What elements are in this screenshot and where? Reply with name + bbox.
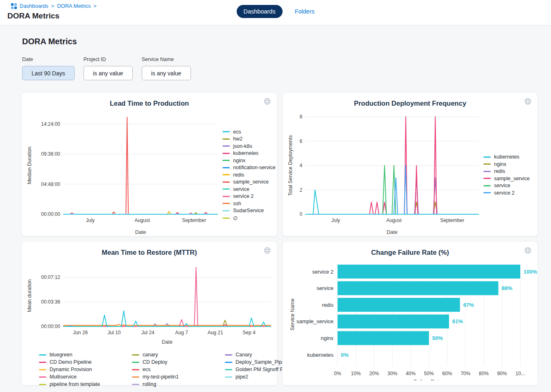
- legend-item[interactable]: nginx: [483, 161, 537, 167]
- legend-item[interactable]: kubernetes: [483, 154, 537, 160]
- legend-item[interactable]: nginx: [222, 158, 277, 163]
- card-header: Production Deployment Frequency: [283, 93, 537, 111]
- svg-text:90%: 90%: [497, 371, 507, 376]
- breadcrumb-link-dashboards[interactable]: Dashboards: [20, 3, 48, 9]
- legend-item[interactable]: notification-service: [222, 165, 277, 170]
- legend-swatch: [222, 188, 230, 190]
- tab-dashboards[interactable]: Dashboards: [236, 5, 282, 18]
- legend-swatch: [222, 145, 230, 147]
- legend-label: service 2: [233, 193, 254, 199]
- chart-title-deployment-frequency: Production Deployment Frequency: [354, 100, 466, 107]
- legend-item[interactable]: ∅: [222, 215, 277, 221]
- svg-text:nginx: nginx: [321, 335, 334, 341]
- legend-mttr: bluegreenCD Demo PipelineDynamic Provisi…: [39, 352, 277, 387]
- svg-text:Aug 7: Aug 7: [175, 330, 188, 335]
- legend-item[interactable]: CD Deploy: [132, 359, 204, 365]
- legend-label: nginx: [494, 161, 506, 167]
- legend-swatch: [222, 131, 230, 132]
- legend-swatch: [132, 376, 139, 378]
- chart-title-mttr: Mean Time to Restore (MTTR): [102, 249, 197, 256]
- filter-service-name-value-button[interactable]: is any value: [142, 66, 191, 80]
- svg-text:service 2: service 2: [312, 269, 333, 275]
- card-lead-time-to-production: Lead Time to Production 00:00:0004:48:00…: [21, 92, 277, 236]
- legend-item[interactable]: service 2: [483, 190, 537, 196]
- legend-item[interactable]: ecs: [132, 367, 204, 372]
- legend-item[interactable]: pipeline from template: [39, 381, 111, 387]
- legend-item[interactable]: sample_service: [222, 179, 277, 185]
- legend-label: Multiservice: [50, 374, 77, 380]
- svg-text:July: July: [331, 218, 340, 223]
- legend-swatch: [222, 160, 230, 161]
- breadcrumb: Dashboards > DORA Metrics >: [11, 3, 96, 9]
- legend-item[interactable]: redis: [222, 172, 277, 178]
- breadcrumb-link-dora-metrics[interactable]: DORA Metrics: [57, 3, 91, 9]
- legend-swatch: [222, 196, 230, 197]
- legend-swatch: [222, 174, 230, 175]
- svg-text:50%: 50%: [432, 335, 443, 341]
- legend-label: sample_service: [233, 179, 269, 185]
- legend-item[interactable]: hw2: [222, 136, 277, 142]
- legend-item[interactable]: canary: [132, 352, 204, 358]
- legend-item[interactable]: Multiservice: [39, 374, 111, 380]
- legend-swatch: [39, 354, 46, 356]
- card-body: 00:00:0004:48:0009:36:0014:24:00JulyAugu…: [22, 111, 277, 239]
- legend-label: redis: [233, 172, 244, 178]
- filter-project-id: Project ID is any value: [84, 57, 133, 80]
- svg-text:67%: 67%: [463, 302, 474, 308]
- legend-item[interactable]: Dynamic Provision: [39, 367, 111, 372]
- legend-item[interactable]: service 2: [222, 193, 277, 199]
- svg-text:88%: 88%: [501, 285, 512, 291]
- page-title: DORA Metrics: [7, 11, 59, 20]
- legend-label: bluegreen: [50, 352, 73, 358]
- legend-item[interactable]: SudarService: [222, 208, 277, 213]
- legend-swatch: [225, 354, 232, 356]
- legend-label: redis: [494, 168, 505, 174]
- legend-swatch: [222, 138, 230, 140]
- legend-item[interactable]: service: [483, 183, 537, 188]
- filter-project-id-value-button[interactable]: is any value: [84, 66, 133, 80]
- svg-text:redis: redis: [322, 302, 334, 308]
- filter-project-id-label: Project ID: [84, 57, 133, 62]
- svg-text:Failure Rates: Failure Rates: [414, 379, 444, 381]
- legend-item[interactable]: ssh: [222, 201, 277, 206]
- legend-item[interactable]: sample_service: [483, 176, 537, 181]
- filter-bar: Date Last 90 Days Project ID is any valu…: [22, 57, 191, 80]
- legend-item[interactable]: rolling: [132, 381, 204, 387]
- legend-item[interactable]: redis: [483, 168, 537, 174]
- globe-icon[interactable]: [524, 247, 532, 254]
- legend-item[interactable]: my-test-pipelin1: [132, 374, 204, 380]
- chart-canvas-mttr: 00:00:0000:03:3600:07:12Jun 26Jul 10Jul …: [26, 260, 277, 349]
- svg-text:0%: 0%: [341, 352, 349, 358]
- legend-item[interactable]: bluegreen: [39, 352, 111, 358]
- globe-icon[interactable]: [524, 97, 532, 105]
- svg-text:Aug 21: Aug 21: [208, 330, 223, 335]
- svg-text:10%: 10%: [351, 371, 361, 376]
- svg-text:10...: 10...: [515, 371, 525, 376]
- legend-label: service: [233, 186, 249, 192]
- legend-swatch: [483, 171, 491, 172]
- legend-item[interactable]: json-k8s: [222, 143, 277, 149]
- svg-text:Total Service Deployments: Total Service Deployments: [288, 135, 293, 196]
- globe-icon[interactable]: [263, 247, 271, 254]
- chart-canvas-lead-time: 00:00:0004:48:0009:36:0014:24:00JulyAugu…: [26, 111, 222, 239]
- svg-text:4: 4: [299, 163, 302, 168]
- dora-metrics-page: Dashboards > DORA Metrics > DORA Metrics…: [0, 0, 551, 392]
- tab-folders[interactable]: Folders: [295, 8, 314, 15]
- legend-swatch: [483, 156, 491, 158]
- svg-text:20%: 20%: [369, 371, 379, 376]
- legend-item[interactable]: CD Demo Pipeline: [39, 359, 111, 365]
- legend-swatch: [39, 369, 46, 370]
- legend-label: notification-service: [233, 165, 276, 170]
- svg-text:September: September: [182, 218, 206, 223]
- legend-swatch: [222, 181, 230, 183]
- legend-item[interactable]: ecs: [222, 129, 277, 135]
- legend-label: ecs: [143, 367, 150, 372]
- legend-item[interactable]: kubernetes: [222, 150, 277, 156]
- globe-icon[interactable]: [263, 97, 271, 105]
- legend-label: ∅: [233, 215, 238, 221]
- filter-date-value-button[interactable]: Last 90 Days: [22, 66, 75, 80]
- svg-text:00:07:12: 00:07:12: [41, 274, 60, 280]
- legend-item[interactable]: service: [222, 186, 277, 192]
- legend-label: CD Demo Pipeline: [50, 359, 92, 365]
- view-tabs: Dashboards Folders: [236, 5, 315, 18]
